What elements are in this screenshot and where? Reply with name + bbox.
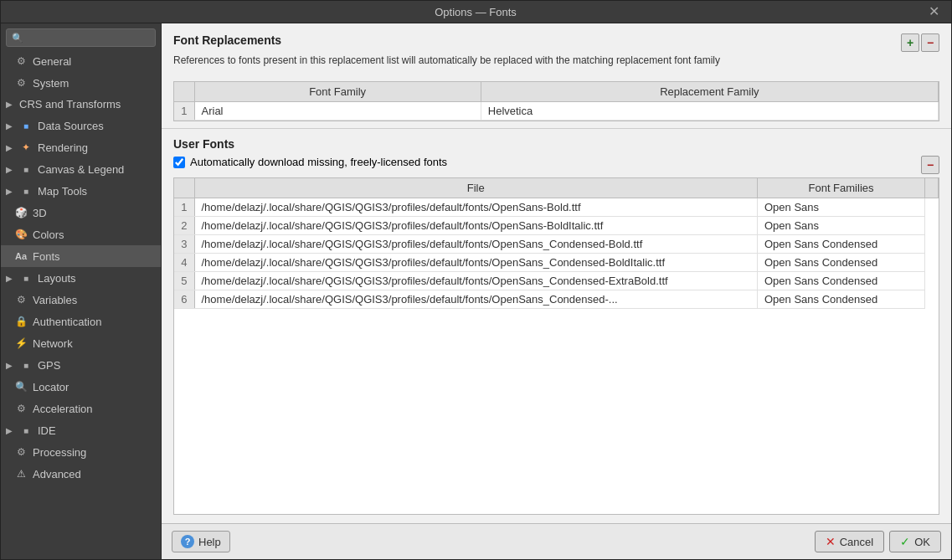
sidebar-item-label: Layouts [38,272,76,285]
font-family-cell: Open Sans Condensed [758,290,925,308]
font-replacements-title: Font Replacements [173,33,720,47]
cancel-button[interactable]: ✕ Cancel [815,531,884,552]
font-family-cell: Open Sans [758,198,925,216]
sidebar-item-rendering[interactable]: ▶ ✦ Rendering [1,136,161,158]
file-cell: /home/delazj/.local/share/QGIS/QGIS3/pro… [194,271,758,290]
font-replacements-header: Font Replacements References to fonts pr… [173,33,939,74]
arrow-icon: ▶ [6,121,13,131]
gps-icon: ■ [19,358,33,372]
sidebar-item-variables[interactable]: ⚙ Variables [1,289,161,311]
sidebar-item-map-tools[interactable]: ▶ ■ Map Tools [1,180,161,202]
ide-icon: ■ [19,424,33,437]
sidebar-item-locator[interactable]: 🔍 Locator [1,376,161,398]
map-tools-icon: ■ [19,184,33,198]
sidebar-item-label: System [33,77,69,90]
rendering-icon: ✦ [19,141,33,154]
row-number: 3 [174,234,194,253]
sidebar-item-acceleration[interactable]: ⚙ Acceleration [1,398,161,419]
table-row: 1 Arial Helvetica [174,101,939,120]
remove-font-replacement-button[interactable]: − [921,33,939,52]
sidebar-item-general[interactable]: ⚙ General [1,50,161,72]
file-header: File [194,178,758,198]
sidebar-item-crs[interactable]: ▶ CRS and Transforms [1,94,161,115]
right-panel: Font Replacements References to fonts pr… [162,23,951,559]
row-num-header [174,178,194,198]
sidebar-item-label: Fonts [33,250,60,263]
sidebar-item-data-sources[interactable]: ▶ ■ Data Sources [1,115,161,136]
sidebar-item-colors[interactable]: 🎨 Colors [1,223,161,245]
sidebar-item-label: Map Tools [38,185,87,198]
arrow-icon: ▶ [6,187,13,196]
colors-icon: 🎨 [14,228,28,241]
replacement-family-cell: Helvetica [481,101,938,120]
layouts-icon: ■ [19,271,33,285]
scroll-header [925,178,939,198]
sidebar-item-label: Acceleration [33,403,93,415]
acceleration-icon: ⚙ [14,402,28,415]
cancel-label: Cancel [840,536,873,548]
sidebar-item-canvas-legend[interactable]: ▶ ■ Canvas & Legend [1,158,161,180]
user-fonts-header: Automatically download missing, freely-l… [173,156,939,174]
row-number: 1 [174,198,194,216]
sidebar-item-ide[interactable]: ▶ ■ IDE [1,419,161,441]
sidebar-item-label: Colors [33,229,64,241]
sidebar-item-label: Data Sources [38,120,104,132]
add-font-replacement-button[interactable]: + [901,33,919,52]
font-family-header: Font Family [194,82,481,102]
sidebar-item-gps[interactable]: ▶ ■ GPS [1,354,161,376]
canvas-icon: ■ [19,162,33,176]
search-input[interactable] [27,32,150,44]
font-families-header: Font Families [758,178,925,198]
row-number: 1 [174,101,194,120]
sidebar-item-label: Rendering [38,141,88,154]
table-row: 5 /home/delazj/.local/share/QGIS/QGIS3/p… [174,271,939,290]
close-button[interactable]: ✕ [925,5,943,18]
sidebar-item-authentication[interactable]: 🔒 Authentication [1,311,161,332]
sidebar-item-fonts[interactable]: Aa Fonts [1,245,161,267]
sidebar-item-label: Locator [33,381,69,393]
3d-icon: 🎲 [14,206,28,219]
user-fonts-title: User Fonts [173,137,939,151]
locator-icon: 🔍 [14,380,28,393]
table-row: 6 /home/delazj/.local/share/QGIS/QGIS3/p… [174,290,939,308]
font-replacements-buttons: + − [901,33,939,52]
data-sources-icon: ■ [19,119,33,132]
file-cell: /home/delazj/.local/share/QGIS/QGIS3/pro… [194,253,758,271]
ok-button[interactable]: ✓ OK [889,531,941,552]
arrow-icon: ▶ [6,100,13,109]
user-fonts-section: User Fonts Automatically download missin… [162,129,951,523]
sidebar-item-layouts[interactable]: ▶ ■ Layouts [1,267,161,289]
sidebar-item-processing[interactable]: ⚙ Processing [1,441,161,463]
font-replacements-description: References to fonts present in this repl… [173,54,720,68]
auto-download-row: Automatically download missing, freely-l… [173,156,447,168]
arrow-icon: ▶ [6,143,13,152]
search-icon: 🔍 [12,33,23,44]
arrow-icon: ▶ [6,361,13,370]
options-dialog: Options — Fonts ✕ 🔍 ⚙ General ⚙ System ▶… [0,0,952,560]
sidebar-item-system[interactable]: ⚙ System [1,72,161,94]
help-button[interactable]: ? Help [172,531,230,552]
auto-download-checkbox[interactable] [173,157,185,168]
replacement-family-header: Replacement Family [481,82,938,102]
sidebar-item-advanced[interactable]: ⚠ Advanced [1,463,161,485]
ok-label: OK [914,536,930,548]
sidebar-item-label: 3D [33,207,47,219]
system-icon: ⚙ [14,76,28,90]
remove-user-font-button[interactable]: − [921,156,939,174]
arrow-icon: ▶ [6,165,13,174]
action-buttons: ✕ Cancel ✓ OK [815,531,941,552]
sidebar-item-label: GPS [38,359,60,372]
sidebar-item-3d[interactable]: 🎲 3D [1,202,161,223]
font-family-cell: Open Sans Condensed [758,253,925,271]
titlebar: Options — Fonts ✕ [1,1,951,23]
user-fonts-table: File Font Families 1 /home/delazj/.local… [174,178,939,309]
sidebar-item-network[interactable]: ⚡ Network [1,332,161,354]
font-family-cell: Open Sans Condensed [758,271,925,290]
search-box[interactable]: 🔍 [6,28,156,47]
arrow-icon: ▶ [6,426,13,435]
processing-icon: ⚙ [14,445,28,459]
row-number: 5 [174,271,194,290]
advanced-icon: ⚠ [14,467,28,480]
bottom-bar: ? Help ✕ Cancel ✓ OK [162,523,951,559]
row-number: 4 [174,253,194,271]
